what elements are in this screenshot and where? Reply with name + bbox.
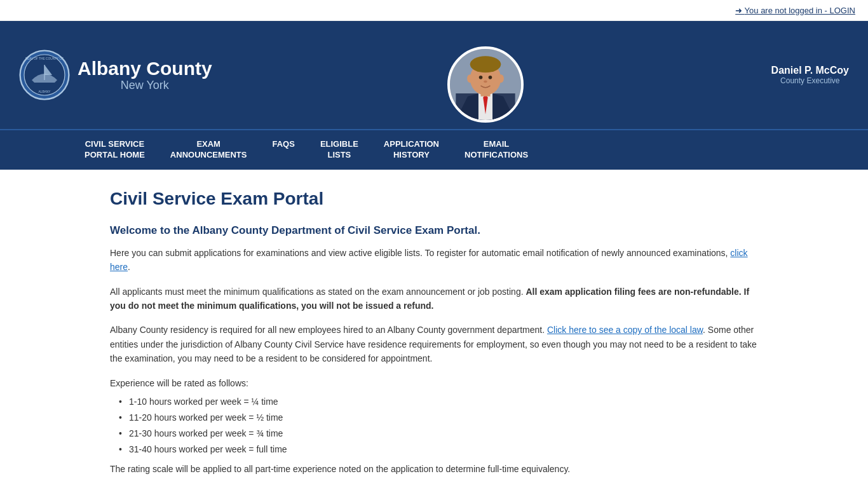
rating-note: The rating scale will be applied to all … [110, 462, 758, 476]
executive-info: Daniel P. McCoy County Executive [771, 65, 849, 85]
nav-item-exam-announcements[interactable]: EXAMANNOUNCEMENTS [158, 130, 260, 170]
svg-text:ALBANY: ALBANY [39, 90, 51, 93]
header-portrait-area [212, 27, 759, 123]
nav-item-portal-home[interactable]: CIVIL SERVICEPORTAL HOME [72, 130, 158, 170]
svg-point-16 [484, 80, 487, 83]
list-item: 31-40 hours worked per week = full time [129, 442, 758, 458]
main-navigation: CIVIL SERVICEPORTAL HOME EXAMANNOUNCEMEN… [0, 129, 868, 170]
page-title: Civil Service Exam Portal [110, 189, 758, 209]
svg-point-15 [488, 76, 492, 79]
site-header: SEAL OF THE COUNTY OF ALBANY Albany Coun… [0, 21, 868, 129]
nav-item-application-history[interactable]: APPLICATIONHISTORY [371, 130, 452, 170]
fee-paragraph: All applicants must meet the minimum qua… [110, 285, 758, 313]
list-item: 11-20 hours worked per week = ½ time [129, 410, 758, 426]
residency-paragraph: Albany County residency is required for … [110, 323, 758, 365]
svg-point-17 [467, 74, 473, 83]
intro-paragraph: Here you can submit applications for exa… [110, 246, 758, 274]
list-item: 1-10 hours worked per week = ¼ time [129, 394, 758, 410]
county-seal: SEAL OF THE COUNTY OF ALBANY [19, 50, 70, 100]
local-law-link[interactable]: Click here to see a copy of the local la… [547, 325, 703, 335]
experience-bullet-list: 1-10 hours worked per week = ¼ time 11-2… [110, 394, 758, 458]
list-item: 21-30 hours worked per week = ¾ time [129, 426, 758, 442]
executive-portrait [447, 46, 524, 123]
experience-section: Experience will be rated as follows: 1-1… [110, 376, 758, 477]
svg-point-18 [498, 74, 503, 83]
nav-item-faqs[interactable]: FAQs [259, 130, 307, 170]
login-icon: ➜ [735, 6, 744, 15]
top-bar: ➜ You are not logged in - LOGIN [0, 0, 868, 21]
svg-point-14 [478, 76, 482, 79]
welcome-heading: Welcome to the Albany County Department … [110, 224, 758, 237]
main-content: Civil Service Exam Portal Welcome to the… [85, 189, 783, 476]
county-title: Albany County New York [78, 58, 212, 92]
svg-text:SEAL OF THE COUNTY OF: SEAL OF THE COUNTY OF [25, 57, 64, 60]
welcome-section: Welcome to the Albany County Department … [110, 224, 758, 476]
svg-point-13 [470, 56, 501, 72]
nav-item-email-notifications[interactable]: EMAILNOTIFICATIONS [452, 130, 541, 170]
login-link[interactable]: ➜ You are not logged in - LOGIN [735, 6, 855, 15]
header-branding: SEAL OF THE COUNTY OF ALBANY Albany Coun… [19, 50, 212, 100]
experience-intro: Experience will be rated as follows: [110, 376, 758, 390]
nav-item-eligible-lists[interactable]: ELIGIBLELISTS [308, 130, 371, 170]
